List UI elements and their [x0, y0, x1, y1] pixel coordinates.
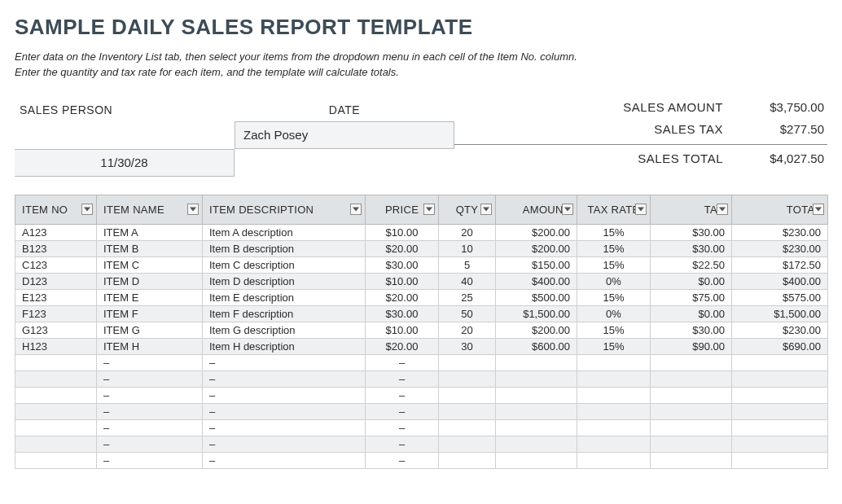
- table-cell[interactable]: [577, 436, 651, 452]
- table-cell[interactable]: Item H description: [203, 338, 366, 354]
- table-cell[interactable]: Item E description: [203, 289, 366, 305]
- table-cell[interactable]: $500.00: [496, 289, 577, 305]
- table-cell[interactable]: 25: [439, 289, 496, 305]
- table-cell[interactable]: [496, 370, 577, 387]
- table-cell[interactable]: $400.00: [496, 273, 577, 289]
- table-cell[interactable]: $30.00: [651, 224, 732, 240]
- table-cell[interactable]: –: [203, 354, 366, 370]
- table-cell[interactable]: [732, 387, 828, 403]
- filter-icon[interactable]: [635, 204, 647, 215]
- table-cell[interactable]: $200.00: [496, 240, 577, 256]
- table-cell[interactable]: $200.00: [496, 322, 577, 338]
- table-cell[interactable]: [577, 419, 651, 436]
- sales-person-input[interactable]: Zach Posey: [235, 121, 454, 149]
- table-cell[interactable]: –: [366, 452, 439, 468]
- table-cell[interactable]: $600.00: [496, 338, 577, 354]
- table-cell[interactable]: –: [366, 354, 439, 370]
- table-cell[interactable]: [439, 452, 496, 468]
- table-cell[interactable]: –: [97, 387, 203, 403]
- table-cell[interactable]: [15, 452, 97, 468]
- table-cell[interactable]: [577, 354, 651, 370]
- table-cell[interactable]: –: [366, 370, 439, 387]
- table-cell[interactable]: –: [203, 387, 366, 403]
- table-cell[interactable]: [732, 370, 828, 387]
- table-cell[interactable]: [651, 436, 732, 452]
- table-cell[interactable]: [496, 387, 577, 403]
- table-cell[interactable]: $10.00: [366, 224, 439, 240]
- table-cell[interactable]: C123: [15, 256, 97, 273]
- table-cell[interactable]: [732, 436, 828, 452]
- table-cell[interactable]: ITEM H: [97, 338, 203, 354]
- table-cell[interactable]: $20.00: [366, 338, 439, 354]
- table-cell[interactable]: [15, 419, 97, 436]
- table-cell[interactable]: D123: [15, 273, 97, 289]
- table-cell[interactable]: Item C description: [203, 256, 366, 273]
- table-cell[interactable]: B123: [15, 240, 97, 256]
- col-price[interactable]: PRICE: [366, 195, 439, 224]
- table-cell[interactable]: 20: [439, 322, 496, 338]
- table-cell[interactable]: ITEM D: [97, 273, 203, 289]
- table-cell[interactable]: $150.00: [496, 256, 577, 273]
- table-cell[interactable]: –: [203, 419, 366, 436]
- table-cell[interactable]: 15%: [577, 240, 651, 256]
- table-cell[interactable]: –: [97, 403, 203, 419]
- col-tax-rate[interactable]: TAX RATE: [577, 195, 651, 224]
- table-cell[interactable]: 20: [439, 224, 496, 240]
- date-input[interactable]: 11/30/28: [15, 149, 235, 177]
- table-cell[interactable]: [15, 370, 97, 387]
- table-cell[interactable]: $1,500.00: [732, 305, 828, 322]
- table-cell[interactable]: [496, 419, 577, 436]
- table-cell[interactable]: E123: [15, 289, 97, 305]
- col-tax[interactable]: TAX: [651, 195, 732, 224]
- table-cell[interactable]: –: [203, 403, 366, 419]
- table-cell[interactable]: –: [97, 436, 203, 452]
- table-cell[interactable]: ITEM C: [97, 256, 203, 273]
- table-cell[interactable]: H123: [15, 338, 97, 354]
- table-cell[interactable]: $200.00: [496, 224, 577, 240]
- table-cell[interactable]: 50: [439, 305, 496, 322]
- table-cell[interactable]: $575.00: [732, 289, 828, 305]
- table-cell[interactable]: [15, 436, 97, 452]
- table-cell[interactable]: 0%: [577, 273, 651, 289]
- table-cell[interactable]: –: [366, 387, 439, 403]
- table-cell[interactable]: $1,500.00: [496, 305, 577, 322]
- table-cell[interactable]: [732, 452, 828, 468]
- table-cell[interactable]: 5: [439, 256, 496, 273]
- table-cell[interactable]: [651, 387, 732, 403]
- table-cell[interactable]: ITEM A: [97, 224, 203, 240]
- table-cell[interactable]: –: [366, 403, 439, 419]
- table-cell[interactable]: [651, 419, 732, 436]
- filter-icon[interactable]: [350, 204, 362, 215]
- table-cell[interactable]: –: [203, 370, 366, 387]
- table-cell[interactable]: [577, 387, 651, 403]
- table-cell[interactable]: [496, 452, 577, 468]
- table-cell[interactable]: $22.50: [651, 256, 732, 273]
- filter-icon[interactable]: [423, 204, 435, 215]
- table-cell[interactable]: –: [203, 452, 366, 468]
- table-cell[interactable]: [439, 370, 496, 387]
- table-cell[interactable]: $10.00: [366, 273, 439, 289]
- col-item-no[interactable]: ITEM NO: [15, 195, 97, 224]
- table-cell[interactable]: F123: [15, 305, 97, 322]
- col-qty[interactable]: QTY: [439, 195, 496, 224]
- table-cell[interactable]: $30.00: [651, 322, 732, 338]
- table-cell[interactable]: –: [366, 419, 439, 436]
- table-cell[interactable]: [732, 354, 828, 370]
- table-cell[interactable]: ITEM F: [97, 305, 203, 322]
- table-cell[interactable]: [496, 403, 577, 419]
- table-cell[interactable]: A123: [15, 224, 97, 240]
- table-cell[interactable]: 40: [439, 273, 496, 289]
- table-cell[interactable]: [15, 403, 97, 419]
- table-cell[interactable]: [732, 419, 828, 436]
- table-cell[interactable]: $400.00: [732, 273, 828, 289]
- filter-icon[interactable]: [187, 204, 199, 215]
- table-cell[interactable]: 15%: [577, 338, 651, 354]
- filter-icon[interactable]: [562, 204, 573, 215]
- filter-icon[interactable]: [81, 204, 93, 215]
- table-cell[interactable]: [439, 387, 496, 403]
- table-cell[interactable]: $230.00: [732, 224, 828, 240]
- table-cell[interactable]: [15, 354, 97, 370]
- table-cell[interactable]: $0.00: [651, 273, 732, 289]
- table-cell[interactable]: $20.00: [366, 289, 439, 305]
- table-cell[interactable]: $10.00: [366, 322, 439, 338]
